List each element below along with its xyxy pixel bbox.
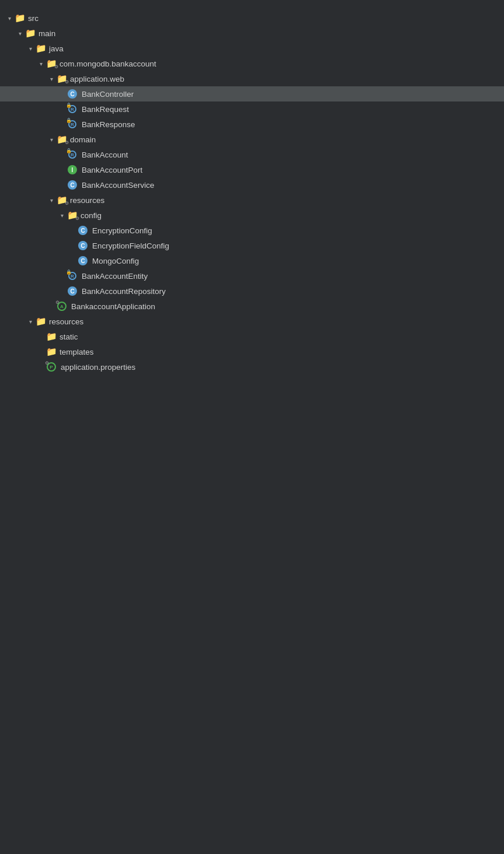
folder-icon: 📁 bbox=[35, 43, 47, 54]
item-label: BankResponse bbox=[82, 120, 135, 129]
tree-item-BankResponse[interactable]: R 🔒 BankResponse bbox=[0, 117, 504, 132]
tree-item-domain[interactable]: 📁 ⚙ domain bbox=[0, 132, 504, 147]
app-badge: A ⚙ bbox=[57, 301, 67, 312]
folder-icon: 📁 ⚙ bbox=[56, 74, 68, 84]
file-icon: C bbox=[66, 180, 78, 190]
tree-item-BankAccount[interactable]: R 🔒 BankAccount bbox=[0, 147, 504, 162]
item-label: BankAccountPort bbox=[82, 166, 142, 174]
tree-item-BankAccountRepository[interactable]: C BankAccountRepository bbox=[0, 284, 504, 299]
item-label: EncryptionConfig bbox=[92, 226, 152, 235]
folder-icon: 📁 bbox=[35, 316, 47, 327]
tree-item-resources-main[interactable]: 📁 resources bbox=[0, 314, 504, 329]
item-label: BankAccountEntity bbox=[82, 272, 148, 281]
item-label: main bbox=[38, 29, 55, 38]
chevron-down-icon bbox=[5, 15, 14, 22]
chevron-down-icon bbox=[47, 197, 56, 204]
tree-item-src[interactable]: 📁 src bbox=[0, 10, 504, 26]
class-c-badge: C bbox=[78, 241, 88, 250]
tree-item-BankRequest[interactable]: R 🔒 BankRequest bbox=[0, 102, 504, 117]
file-icon: C bbox=[66, 286, 78, 296]
tree-item-main[interactable]: 📁 main bbox=[0, 26, 504, 41]
tree-item-config[interactable]: 📁 ⚙ config bbox=[0, 208, 504, 223]
item-label: BankRequest bbox=[82, 105, 129, 114]
tree-item-MongoConfig[interactable]: C MongoConfig bbox=[0, 253, 504, 268]
file-icon: P ⚙ bbox=[46, 362, 57, 372]
tree-item-BankController[interactable]: C BankController bbox=[0, 86, 504, 102]
tree-item-application.web[interactable]: 📁 ⚙ application.web bbox=[0, 71, 504, 86]
tree-item-BankAccountEntity[interactable]: R 🔒 BankAccountEntity bbox=[0, 268, 504, 284]
file-icon: R 🔒 bbox=[66, 120, 78, 129]
file-icon: C bbox=[77, 226, 89, 235]
tree-item-BankaccountApplication[interactable]: A ⚙ BankaccountApplication bbox=[0, 299, 504, 314]
chevron-down-icon bbox=[15, 30, 24, 37]
file-icon: I bbox=[66, 165, 78, 174]
chevron-down-icon bbox=[26, 46, 35, 52]
item-label: MongoConfig bbox=[92, 257, 139, 265]
folder-icon: 📁 ⚙ bbox=[66, 210, 78, 220]
folder-icon: 📁 bbox=[24, 28, 36, 38]
chevron-down-icon bbox=[47, 76, 56, 82]
folder-icon: 📁 ⚙ bbox=[56, 195, 68, 205]
chevron-down-icon bbox=[57, 212, 66, 219]
item-label: resources bbox=[49, 317, 83, 326]
item-label: static bbox=[60, 332, 78, 341]
tree-item-static[interactable]: 📁 static bbox=[0, 329, 504, 344]
item-label: domain bbox=[70, 135, 96, 144]
folder-icon: 📁 bbox=[46, 331, 57, 342]
item-label: java bbox=[49, 44, 64, 53]
class-r-lock-badge: R 🔒 bbox=[68, 150, 77, 159]
folder-icon: 📁 bbox=[46, 346, 57, 357]
class-c-badge: C bbox=[68, 89, 77, 99]
tree-item-BankAccountPort[interactable]: I BankAccountPort bbox=[0, 162, 504, 177]
app-props-badge: P ⚙ bbox=[46, 362, 57, 372]
item-label: EncryptionFieldConfig bbox=[92, 242, 169, 250]
file-icon: C bbox=[77, 256, 89, 265]
item-label: resources bbox=[70, 196, 104, 205]
class-c-badge: C bbox=[68, 286, 77, 296]
file-icon: C bbox=[77, 241, 89, 250]
class-r-lock-badge: R 🔒 bbox=[68, 104, 77, 114]
item-label: BankAccountRepository bbox=[82, 287, 166, 296]
item-label: BankAccountService bbox=[82, 181, 155, 190]
tree-item-BankAccountService[interactable]: C BankAccountService bbox=[0, 177, 504, 192]
item-label: application.web bbox=[70, 75, 124, 83]
item-label: config bbox=[80, 211, 102, 220]
item-label: templates bbox=[60, 348, 94, 356]
item-label: BankController bbox=[82, 90, 134, 99]
tree-item-java[interactable]: 📁 java bbox=[0, 41, 504, 56]
class-r-lock-badge: R 🔒 bbox=[68, 120, 77, 129]
folder-icon: 📁 ⚙ bbox=[46, 58, 57, 69]
file-icon: R 🔒 bbox=[66, 271, 78, 281]
item-label: src bbox=[28, 14, 38, 23]
class-r-lock-badge: R 🔒 bbox=[68, 271, 77, 281]
file-tree: 📁 src 📁 main 📁 java 📁 ⚙ com.mongodb.bank… bbox=[0, 6, 504, 379]
file-icon: R 🔒 bbox=[66, 104, 78, 114]
interface-i-badge: I bbox=[68, 165, 77, 174]
chevron-down-icon bbox=[47, 136, 56, 143]
item-label: BankaccountApplication bbox=[71, 302, 155, 311]
folder-icon: 📁 bbox=[14, 13, 26, 23]
folder-icon: 📁 ⚙ bbox=[56, 134, 68, 145]
item-label: BankAccount bbox=[82, 150, 128, 159]
tree-item-application.properties[interactable]: P ⚙ application.properties bbox=[0, 359, 504, 374]
class-c-badge: C bbox=[68, 180, 77, 190]
tree-item-resources-pkg[interactable]: 📁 ⚙ resources bbox=[0, 192, 504, 208]
file-icon: A ⚙ bbox=[56, 301, 68, 312]
chevron-down-icon bbox=[26, 318, 35, 325]
tree-item-EncryptionConfig[interactable]: C EncryptionConfig bbox=[0, 223, 504, 238]
tree-item-com.mongodb.bankaccount[interactable]: 📁 ⚙ com.mongodb.bankaccount bbox=[0, 56, 504, 71]
tree-item-EncryptionFieldConfig[interactable]: C EncryptionFieldConfig bbox=[0, 238, 504, 253]
file-icon: R 🔒 bbox=[66, 150, 78, 159]
item-label: com.mongodb.bankaccount bbox=[60, 60, 156, 68]
class-c-badge: C bbox=[78, 256, 88, 265]
class-c-badge: C bbox=[78, 226, 88, 235]
item-label: application.properties bbox=[61, 363, 135, 372]
tree-item-templates[interactable]: 📁 templates bbox=[0, 344, 504, 359]
file-icon: C bbox=[66, 89, 78, 99]
chevron-down-icon bbox=[36, 61, 46, 67]
